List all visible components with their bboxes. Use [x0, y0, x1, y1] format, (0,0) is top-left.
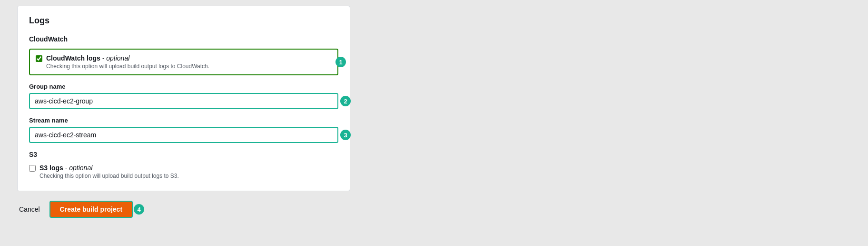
step-badge-stream-name: 3: [340, 130, 351, 140]
s3-checkbox-container: S3 logs - optional Checking this option …: [29, 164, 338, 179]
step-badge-group-name: 2: [340, 96, 351, 106]
logs-panel: Logs CloudWatch CloudWatch logs - option…: [17, 6, 350, 191]
cancel-button[interactable]: Cancel: [17, 203, 42, 216]
main-content: Logs CloudWatch CloudWatch logs - option…: [0, 0, 868, 191]
group-name-field-group: Group name 2: [29, 83, 338, 109]
group-name-input[interactable]: [29, 93, 338, 109]
stream-name-input[interactable]: [29, 127, 338, 143]
s3-text-group: S3 logs - optional Checking this option …: [39, 164, 179, 179]
stream-name-label: Stream name: [29, 117, 338, 124]
stream-name-input-wrapper: 3: [29, 127, 338, 143]
group-name-label: Group name: [29, 83, 338, 90]
s3-checkbox-label: S3 logs - optional: [39, 164, 179, 172]
s3-checkbox-description: Checking this option will upload build o…: [39, 173, 179, 179]
cloudwatch-checkbox[interactable]: [36, 55, 42, 62]
s3-section: S3 S3 logs - optional Checking this opti…: [29, 151, 338, 179]
s3-section-label: S3: [29, 151, 338, 158]
create-build-project-button[interactable]: Create build project 4: [49, 201, 133, 218]
cloudwatch-checkbox-container: CloudWatch logs - optional Checking this…: [29, 49, 338, 75]
step-badge-cloudwatch: 1: [335, 57, 346, 67]
step-badge-create: 4: [134, 204, 144, 215]
stream-name-field-group: Stream name 3: [29, 117, 338, 143]
cloudwatch-text-group: CloudWatch logs - optional Checking this…: [46, 54, 209, 70]
group-name-input-wrapper: 2: [29, 93, 338, 109]
cloudwatch-checkbox-label: CloudWatch logs - optional: [46, 54, 209, 62]
footer-bar: Cancel Create build project 4: [0, 201, 133, 218]
s3-checkbox[interactable]: [29, 165, 36, 172]
cloudwatch-section-label: CloudWatch: [29, 35, 338, 43]
cloudwatch-checkbox-description: Checking this option will upload build o…: [46, 63, 209, 70]
panel-title: Logs: [29, 16, 338, 26]
